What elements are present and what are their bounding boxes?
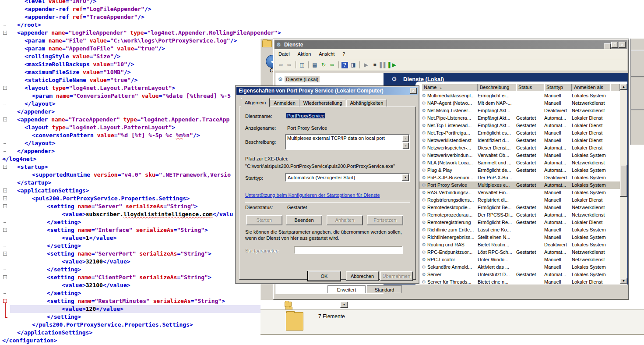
table-row[interactable]: ⚙Richtlinienergebniss...Stellt einen N..… — [415, 234, 620, 241]
dialog-titlebar[interactable]: Eigenschaften von Port Proxy Service (Lo… — [236, 87, 418, 95]
scroll-up-icon[interactable]: ▲ — [402, 135, 409, 142]
stop-button[interactable]: Beenden — [286, 215, 322, 225]
table-row[interactable]: ⚙Port Proxy ServiceMultiplexes e...Gesta… — [415, 181, 620, 189]
table-row[interactable]: ⚙Netzwerkverbindun...Verwaltet Ob...Gest… — [415, 152, 620, 159]
collapse-toggle[interactable]: - — [3, 228, 7, 232]
service-name-value[interactable]: PortProxyService — [286, 113, 325, 118]
tab-wiederherstellung[interactable]: Wiederherstellung — [299, 99, 346, 107]
menu-item-datei[interactable]: Datei — [274, 49, 294, 59]
tree-item-dienste-lokal[interactable]: ⚙ Dienste (Lokal) — [275, 73, 383, 83]
table-row[interactable]: ⚙Multimediaklassenpl...Ermöglicht ei...M… — [415, 92, 620, 100]
table-row[interactable]: ⚙Remoteprozedurau...Der RPCSS-Di...Gesta… — [415, 211, 620, 219]
taskpad-view-icon[interactable]: ◨ — [349, 61, 357, 69]
scroll-down-icon[interactable]: ▼ — [402, 142, 409, 149]
column-header-name[interactable]: Name▲ — [422, 84, 478, 91]
chevron-down-icon[interactable]: ▼ — [402, 174, 409, 181]
apply-button[interactable]: Übernehmen — [380, 271, 413, 281]
table-row[interactable]: ⚙Net.Tcp-Portfreiga...Ermöglicht es...Ge… — [415, 129, 620, 137]
table-row[interactable]: ⚙PnP-X-IP-Busenum...Der PnP-X-Bu...Deakt… — [415, 174, 620, 181]
column-header-starttyp[interactable]: Starttyp — [544, 84, 572, 91]
show-console-tree-icon[interactable]: ◫ — [298, 61, 306, 69]
table-row[interactable]: ⚙RAS-Verbindungsv...Verwaltet Ein...Manu… — [415, 189, 620, 196]
services-window-titlebar[interactable]: ⚙ Dienste _ □ × — [274, 40, 627, 49]
table-row[interactable]: ⚙Richtlinie zum Entfe...Lässt eine Ko...… — [415, 226, 620, 234]
menu-item-?[interactable]: ? — [338, 49, 349, 59]
collapse-toggle[interactable]: - — [3, 117, 7, 121]
toolbar-separator — [308, 61, 309, 68]
startup-options-link[interactable]: Unterstützung beim Konfigurieren der Sta… — [245, 192, 380, 198]
table-row[interactable]: ⚙Registrierungsdiens...Registriert di...… — [415, 196, 620, 204]
starttype-combobox[interactable]: Automatisch (Verzögerter Start) ▼ — [285, 173, 410, 182]
table-row[interactable]: ⚙RPC-Endpunktzuor...Löst RPC-Sch...Gesta… — [415, 249, 620, 256]
tab-abhängigkeiten[interactable]: Abhängigkeiten — [346, 99, 387, 107]
tree-combo-arrow[interactable]: ▼ — [340, 302, 348, 308]
help-icon[interactable]: ? — [341, 62, 348, 68]
table-row[interactable]: ⚙Plug & PlayErmöglicht de...GestartetAut… — [415, 167, 620, 174]
cancel-button[interactable]: Abbrechen — [346, 271, 379, 281]
resume-button[interactable]: Fortsetzen — [367, 215, 403, 225]
description-box[interactable]: Multiplexes external TCP/IP data on loca… — [285, 134, 410, 150]
close-icon[interactable]: × — [410, 88, 417, 94]
close-button[interactable]: × — [619, 42, 626, 48]
collapse-toggle[interactable]: - — [3, 196, 7, 200]
table-row[interactable]: ⚙Net.Msmq-Listener...Empfängt Akt...Deak… — [415, 107, 620, 114]
minimize-button[interactable]: _ — [604, 43, 611, 50]
properties-icon[interactable]: ▤ — [311, 61, 319, 69]
collapse-toggle[interactable]: - — [3, 275, 7, 279]
pause-button[interactable]: Anhalten — [327, 215, 363, 225]
table-row[interactable]: ⚙Net.Tcp-Listenerad...Empfängt Akt...Ges… — [415, 122, 620, 129]
cell: ⚙Netzwerklistendienst — [422, 137, 478, 144]
table-row[interactable]: ⚙NLA (Network Loca...Sammelt und ...Gest… — [415, 159, 620, 167]
scrollbar-thumb[interactable] — [620, 165, 627, 197]
pause-service-icon[interactable]: ▌▌ — [380, 61, 387, 69]
forward-icon[interactable]: ⇨ — [285, 61, 293, 69]
refresh-icon[interactable]: ↻ — [320, 61, 327, 69]
table-row[interactable]: ⚙Routing und RASBietet Routin...Deaktivi… — [415, 241, 620, 249]
service-gear-icon: ⚙ — [422, 93, 426, 98]
table-row[interactable]: ⚙NAP-Agent (Netwo...Mit dem NAP-...Manue… — [415, 100, 620, 107]
table-row[interactable]: ⚙Net.Pipe-Listenera...Empfängt Akt...Ges… — [415, 114, 620, 122]
table-row[interactable]: ⚙Sekundäre Anmeld...Aktiviert das ...Man… — [415, 263, 620, 271]
code-line: <value>1</value> — [62, 234, 116, 242]
maximize-button[interactable]: □ — [611, 42, 618, 48]
table-row[interactable]: ⚙RPC-LocatorUnter Windo...ManuellNetzwer… — [415, 256, 620, 263]
ok-button[interactable]: OK — [308, 271, 341, 281]
menu-item-ansicht[interactable]: Ansicht — [315, 49, 338, 59]
cell: Manuell — [544, 204, 572, 211]
tab-allgemein[interactable]: Allgemein — [241, 98, 270, 107]
collapse-toggle[interactable]: - — [3, 86, 7, 90]
cell: Lokales System — [572, 241, 610, 249]
table-row[interactable]: ⚙RemoteregistrierungErmöglicht Re...Gest… — [415, 219, 620, 226]
stop-service-icon[interactable]: ■ — [371, 61, 379, 69]
startparams-input[interactable] — [294, 246, 403, 254]
start-service-icon[interactable]: ▶ — [362, 61, 370, 69]
tab-anmelden[interactable]: Anmelden — [270, 99, 299, 107]
table-row[interactable]: ⚙Remotedesktopdie...Ermöglicht Be...Gest… — [415, 204, 620, 211]
column-header-anmeldenals[interactable]: Anmelden als — [572, 84, 610, 91]
scrollbar-down-button[interactable]: ▼ — [620, 278, 627, 284]
menu-item-aktion[interactable]: Aktion — [294, 49, 315, 59]
collapse-toggle[interactable]: - — [3, 252, 7, 256]
back-icon[interactable]: ⇦ — [277, 61, 285, 69]
view-tab-erweitert[interactable]: Erweitert — [327, 285, 366, 293]
scrollbar-up-button[interactable]: ▲ — [620, 84, 627, 90]
collapse-toggle-changed[interactable]: - — [3, 299, 7, 303]
collapse-toggle[interactable]: - — [3, 189, 7, 192]
start-button[interactable]: Starten — [246, 215, 282, 225]
export-list-icon[interactable]: ⇨ — [328, 61, 336, 69]
tree-item-label: Dienste (Lokal) — [285, 76, 320, 82]
collapse-toggle[interactable]: - — [3, 165, 7, 169]
column-header-beschreibung[interactable]: Beschreibung — [478, 84, 516, 91]
view-tab-standard[interactable]: Standard — [367, 285, 402, 293]
collapse-toggle[interactable]: - — [3, 204, 7, 208]
collapse-toggle[interactable]: - — [3, 31, 7, 35]
table-row[interactable]: ⚙NetzwerklistendienstIdentifiziert d...G… — [415, 137, 620, 144]
cell: Netzwerkdienst — [572, 204, 610, 211]
table-row[interactable]: ⚙Server für Threads...Bietet eine n...Ma… — [415, 278, 620, 285]
cell: Manuell — [544, 152, 572, 159]
column-header-status[interactable]: Status — [516, 84, 544, 91]
cell: Lokales System — [572, 271, 610, 278]
table-row[interactable]: ⚙ServerUnterstützt D...GestartetAutomat.… — [415, 271, 620, 278]
table-row[interactable]: ⚙Netzwerkspeicher-...Dieser Dienst...Ges… — [415, 144, 620, 152]
restart-service-icon[interactable]: ▌▶ — [388, 61, 396, 69]
